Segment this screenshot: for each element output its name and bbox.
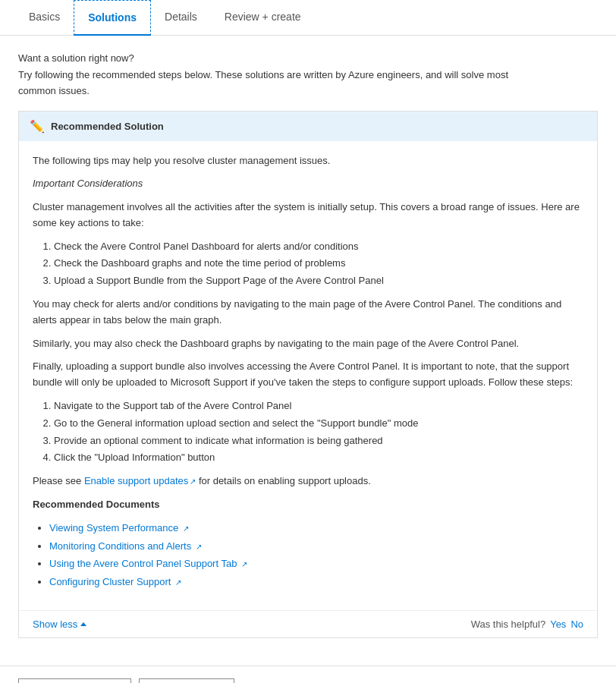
next-button[interactable]: Next: Details >> <box>139 678 235 683</box>
helpful-section: Was this helpful? Yes No <box>471 618 583 630</box>
intro-line1: Want a solution right now? <box>18 51 598 66</box>
solution-card-header: ✏️ Recommended Solution <box>19 112 597 141</box>
list-item: Monitoring Conditions and Alerts ↗ <box>49 539 583 555</box>
external-link-icon: ↗ <box>183 524 189 533</box>
recommended-docs-title: Recommended Documents <box>33 497 583 513</box>
wrench-icon: ✏️ <box>30 119 45 134</box>
see-also-para: Please see Enable support updates↗ for d… <box>33 474 583 489</box>
see-also-prefix: Please see <box>33 475 84 486</box>
tab-solutions[interactable]: Solutions <box>74 0 151 36</box>
support-bundle-para: Finally, uploading a support bundle also… <box>33 359 583 391</box>
content-area: Want a solution right now? Try following… <box>0 36 616 666</box>
helpful-no-button[interactable]: No <box>570 618 583 630</box>
recommended-docs-list: Viewing System Performance ↗ Monitoring … <box>49 521 583 590</box>
list-item: Upload a Support Bundle from the Support… <box>54 273 583 289</box>
main-container: Basics Solutions Details Review + create… <box>0 0 616 683</box>
tab-bar: Basics Solutions Details Review + create <box>0 0 616 36</box>
solution-card: ✏️ Recommended Solution The following ti… <box>18 111 598 639</box>
tab-review-create[interactable]: Review + create <box>211 0 315 36</box>
helpful-label: Was this helpful? <box>471 618 546 630</box>
tab-basics[interactable]: Basics <box>15 0 74 36</box>
dashboard-para: Similarly, you may also check the Dashbo… <box>33 336 583 352</box>
bottom-nav: << Previous: Basics Next: Details >> <box>0 666 616 683</box>
show-less-label: Show less <box>33 618 77 630</box>
list-item: Viewing System Performance ↗ <box>49 521 583 537</box>
list-item: Click the "Upload Information" button <box>54 450 583 466</box>
enable-support-updates-link[interactable]: Enable support updates <box>84 475 188 486</box>
list-item: Go to the General information upload sec… <box>54 416 583 432</box>
see-also-suffix: for details on enabling support uploads. <box>196 475 371 486</box>
show-less-button[interactable]: Show less <box>33 618 86 630</box>
list-item: Configuring Cluster Support ↗ <box>49 574 583 590</box>
support-steps-list: Navigate to the Support tab of the Avere… <box>54 398 583 466</box>
list-item: Check the Dashboard graphs and note the … <box>54 256 583 272</box>
chevron-up-icon <box>80 622 86 626</box>
list-item: Provide an optional comment to indicate … <box>54 433 583 449</box>
alerts-para: You may check for alerts and/or conditio… <box>33 297 583 329</box>
list-item: Using the Avere Control Panel Support Ta… <box>49 556 583 572</box>
list-item: Check the Avere Control Panel Dashboard … <box>54 239 583 255</box>
intro-line2: Try following the recommended steps belo… <box>18 68 598 83</box>
external-link-icon: ↗ <box>196 543 202 551</box>
solution-card-body: The following tips may help you resolve … <box>19 141 597 611</box>
external-link-icon: ↗ <box>175 578 181 587</box>
doc-link-cluster-support[interactable]: Configuring Cluster Support <box>49 576 171 587</box>
intro-line3: common issues. <box>18 83 598 99</box>
overview-text: Cluster management involves all the acti… <box>33 200 583 231</box>
intro-text: Want a solution right now? Try following… <box>18 51 598 99</box>
doc-link-support-tab[interactable]: Using the Avere Control Panel Support Ta… <box>49 558 237 569</box>
solution-card-footer: Show less Was this helpful? Yes No <box>19 610 597 637</box>
solution-intro: The following tips may help you resolve … <box>33 153 583 169</box>
solution-card-title: Recommended Solution <box>51 121 164 132</box>
doc-link-monitoring-conditions[interactable]: Monitoring Conditions and Alerts <box>49 540 191 552</box>
tab-details[interactable]: Details <box>151 0 211 36</box>
important-considerations-label: Important Considerations <box>33 176 583 192</box>
external-link-icon: ↗ <box>241 560 247 568</box>
list-item: Navigate to the Support tab of the Avere… <box>54 398 583 414</box>
prev-button[interactable]: << Previous: Basics <box>18 678 131 683</box>
doc-link-viewing-system-performance[interactable]: Viewing System Performance <box>49 522 178 533</box>
helpful-yes-button[interactable]: Yes <box>550 618 566 630</box>
actions-list: Check the Avere Control Panel Dashboard … <box>54 239 583 289</box>
